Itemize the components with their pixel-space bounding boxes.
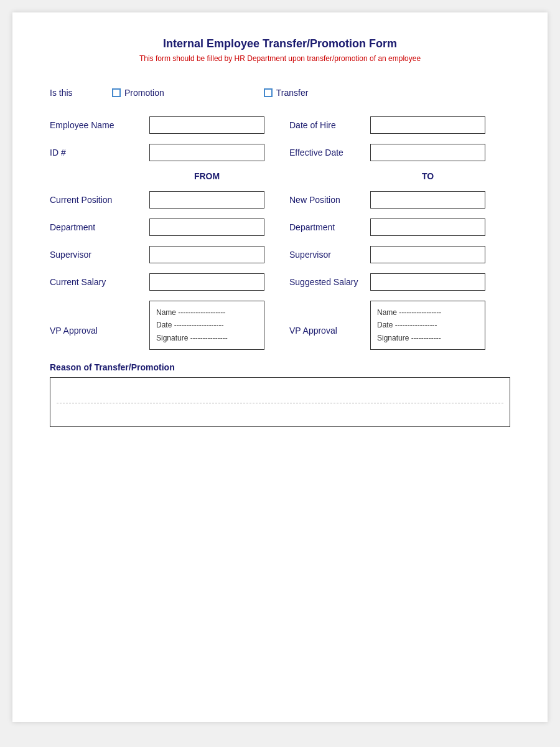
- employee-name-input[interactable]: [149, 116, 264, 134]
- reason-divider: [57, 403, 503, 403]
- transfer-checkbox[interactable]: [264, 88, 273, 97]
- effective-date-label: Effective Date: [289, 148, 370, 157]
- date-of-hire-label: Date of Hire: [289, 120, 370, 130]
- supervisor-row: Supervisor Supervisor: [50, 246, 510, 263]
- promotion-label: Promotion: [124, 88, 164, 98]
- from-label: FROM: [149, 171, 264, 181]
- department-left-label: Department: [50, 222, 149, 232]
- approval-right-signature: Signature ------------: [377, 332, 478, 344]
- current-salary-input[interactable]: [149, 273, 264, 291]
- supervisor-left-label: Supervisor: [50, 250, 149, 260]
- from-to-header: FROM TO: [50, 171, 510, 181]
- current-salary-label: Current Salary: [50, 277, 149, 287]
- is-this-label: Is this: [50, 88, 87, 98]
- to-label: TO: [370, 171, 485, 181]
- current-position-label: Current Position: [50, 195, 149, 205]
- form-subtitle: This form should be filled by HR Departm…: [50, 54, 510, 63]
- transfer-label: Transfer: [276, 88, 309, 98]
- reason-box[interactable]: [50, 377, 510, 427]
- employee-name-label: Employee Name: [50, 120, 149, 130]
- approval-left-signature: Signature ---------------: [156, 332, 258, 344]
- current-position-input[interactable]: [149, 191, 264, 209]
- employee-name-row: Employee Name Date of Hire: [50, 116, 510, 134]
- date-of-hire-input[interactable]: [370, 116, 485, 134]
- promotion-checkbox[interactable]: [112, 88, 121, 97]
- transfer-option[interactable]: Transfer: [264, 88, 309, 98]
- position-row: Current Position New Position: [50, 191, 510, 209]
- supervisor-left-input[interactable]: [149, 246, 264, 263]
- suggested-salary-input[interactable]: [370, 273, 485, 291]
- reason-section: Reason of Transfer/Promotion: [50, 362, 510, 427]
- vp-approval-right-label: VP Approval: [289, 301, 370, 336]
- department-right-label: Department: [289, 222, 370, 232]
- effective-date-input[interactable]: [370, 144, 485, 161]
- promotion-option[interactable]: Promotion: [112, 88, 164, 98]
- department-left-input[interactable]: [149, 218, 264, 236]
- department-right-input[interactable]: [370, 218, 485, 236]
- reason-label: Reason of Transfer/Promotion: [50, 362, 510, 372]
- salary-row: Current Salary Suggested Salary: [50, 273, 510, 291]
- suggested-salary-label: Suggested Salary: [289, 277, 370, 287]
- vp-approval-right-box: Name ----------------- Date ------------…: [370, 301, 485, 350]
- approval-right-name: Name -----------------: [377, 306, 478, 319]
- new-position-label: New Position: [289, 195, 370, 205]
- id-input[interactable]: [149, 144, 264, 161]
- supervisor-right-label: Supervisor: [289, 250, 370, 260]
- new-position-input[interactable]: [370, 191, 485, 209]
- form-page: Internal Employee Transfer/Promotion For…: [12, 12, 548, 722]
- is-this-row: Is this Promotion Transfer: [50, 88, 510, 98]
- form-title: Internal Employee Transfer/Promotion For…: [50, 37, 510, 50]
- approval-left-date: Date --------------------: [156, 319, 258, 331]
- department-row: Department Department: [50, 218, 510, 236]
- vp-approval-left-label: VP Approval: [50, 301, 149, 336]
- supervisor-right-input[interactable]: [370, 246, 485, 263]
- id-label: ID #: [50, 148, 149, 157]
- approval-right-date: Date -----------------: [377, 319, 478, 331]
- approval-section: VP Approval Name ------------------- Dat…: [50, 301, 510, 350]
- id-row: ID # Effective Date: [50, 144, 510, 161]
- vp-approval-left-box: Name ------------------- Date ----------…: [149, 301, 264, 350]
- approval-left-name: Name -------------------: [156, 306, 258, 319]
